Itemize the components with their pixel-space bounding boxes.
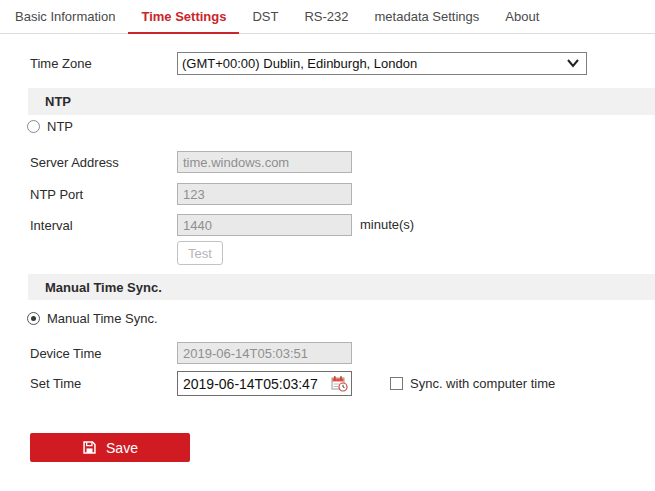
timezone-select-wrap: (GMT+00:00) Dublin, Edinburgh, London: [177, 52, 587, 75]
tab-basic-information[interactable]: Basic Information: [2, 0, 128, 33]
server-address-label: Server Address: [30, 151, 119, 174]
ntp-port-input: [177, 183, 352, 205]
sync-computer-time-label: Sync. with computer time: [410, 376, 555, 391]
manual-sync-radio-row[interactable]: Manual Time Sync.: [27, 311, 158, 326]
sync-computer-time-row[interactable]: Sync. with computer time: [390, 376, 555, 391]
sync-computer-time-checkbox[interactable]: [390, 377, 403, 390]
interval-label: Interval: [30, 214, 73, 237]
device-time-label: Device Time: [30, 342, 102, 365]
interval-unit: minute(s): [360, 214, 414, 236]
set-time-wrap: [177, 371, 352, 396]
tab-metadata-settings[interactable]: metadata Settings: [362, 0, 493, 33]
ntp-radio[interactable]: [27, 120, 40, 133]
timezone-label: Time Zone: [30, 52, 92, 75]
save-icon: [82, 440, 97, 455]
server-address-input: [177, 151, 352, 173]
tab-time-settings[interactable]: Time Settings: [128, 0, 239, 33]
calendar-icon[interactable]: [331, 375, 348, 392]
ntp-section-title: NTP: [28, 94, 71, 109]
set-time-input[interactable]: [177, 371, 352, 396]
ntp-radio-row[interactable]: NTP: [27, 119, 73, 134]
test-button: Test: [177, 241, 223, 265]
device-time-input: [177, 342, 352, 364]
ntp-section-header: NTP: [28, 88, 655, 115]
time-settings-page: Basic Information Time Settings DST RS-2…: [0, 0, 655, 491]
manual-sync-section-header: Manual Time Sync.: [28, 274, 655, 300]
set-time-label: Set Time: [30, 372, 81, 395]
timezone-select[interactable]: (GMT+00:00) Dublin, Edinburgh, London: [177, 52, 587, 75]
ntp-port-label: NTP Port: [30, 183, 83, 206]
save-button-label: Save: [106, 440, 138, 456]
manual-sync-radio-label: Manual Time Sync.: [47, 311, 158, 326]
manual-sync-section-title: Manual Time Sync.: [28, 280, 162, 295]
tab-rs232[interactable]: RS-232: [291, 0, 361, 33]
tab-about[interactable]: About: [492, 0, 552, 33]
save-button[interactable]: Save: [30, 433, 190, 462]
interval-input: [177, 214, 352, 236]
tab-bar: Basic Information Time Settings DST RS-2…: [0, 0, 655, 34]
manual-sync-radio[interactable]: [27, 312, 40, 325]
tab-dst[interactable]: DST: [239, 0, 291, 33]
ntp-radio-label: NTP: [47, 119, 73, 134]
